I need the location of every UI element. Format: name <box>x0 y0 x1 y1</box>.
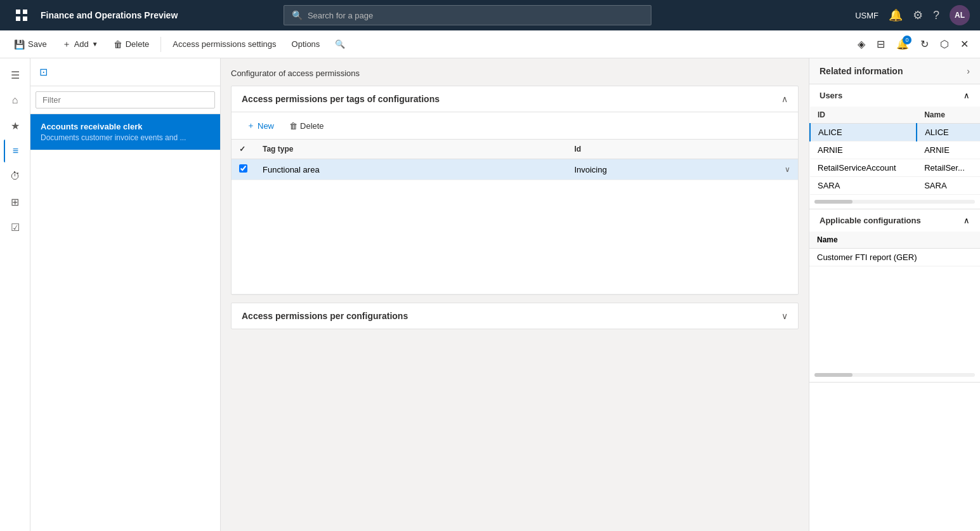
app-title: Finance and Operations Preview <box>41 10 178 20</box>
delete-icon: 🗑 <box>114 39 122 49</box>
grid-delete-icon: 🗑 <box>289 121 297 131</box>
toolbar: 💾 Save ＋ Add ▼ 🗑 Delete Access permissio… <box>0 30 980 58</box>
recent-nav-icon[interactable]: ⏱ <box>4 165 27 188</box>
config-table-header: Name <box>809 232 980 249</box>
configurator-title: Configurator of access permissions <box>231 69 799 78</box>
users-section-header[interactable]: Users ∧ <box>809 84 980 107</box>
tags-table-header-row: ✓ Tag type Id <box>232 140 798 159</box>
main-layout: ☰ ⌂ ★ ≡ ⏱ ⊞ ☑ ⊡ Accounts receivable cler… <box>0 58 980 531</box>
right-panel: Related information › Users ∧ ID Name <box>809 58 980 531</box>
tags-table: ✓ Tag type Id Functional area <box>232 140 798 294</box>
users-section-title: Users <box>820 91 842 100</box>
empty-table-area <box>232 180 798 294</box>
list-item[interactable]: Accounts receivable clerk Documents cust… <box>30 114 220 150</box>
personalize-icon[interactable]: ◈ <box>854 34 869 54</box>
add-chevron-icon: ▼ <box>92 41 98 48</box>
right-panel-title: Related information <box>820 66 903 76</box>
workspace-nav-icon[interactable]: ⊞ <box>4 190 27 213</box>
sidebar-icons: ☰ ⌂ ★ ≡ ⏱ ⊞ ☑ <box>0 58 30 531</box>
list-nav-icon[interactable]: ≡ <box>4 140 27 162</box>
tags-grid-toolbar: ＋ New 🗑 Delete <box>232 112 798 140</box>
applicable-configs-section-header[interactable]: Applicable configurations ∧ <box>809 209 980 232</box>
add-icon: ＋ <box>62 39 71 50</box>
check-col-header: ✓ <box>232 140 255 159</box>
row-check-cell <box>232 159 255 180</box>
help-icon[interactable]: ? <box>933 9 939 22</box>
home-nav-icon[interactable]: ⌂ <box>4 89 27 112</box>
users-scrollbar-thumb[interactable] <box>814 200 853 204</box>
user-id-cell: SARA <box>810 177 917 195</box>
users-table-header: ID Name <box>810 107 980 124</box>
right-panel-close-icon[interactable]: › <box>967 66 970 76</box>
region-label: USMF <box>855 11 879 20</box>
check-icon: ✓ <box>239 145 245 154</box>
search-bar: 🔍 <box>284 5 651 25</box>
user-name-cell: ALICE <box>917 124 980 141</box>
config-name-col: Name <box>809 232 980 249</box>
user-id-cell: ARNIE <box>810 141 917 159</box>
user-id-cell: RetailServiceAccount <box>810 159 917 177</box>
user-row[interactable]: ALICE ALICE <box>810 124 980 141</box>
id-col: ID <box>810 107 917 124</box>
filter-input[interactable] <box>36 91 215 108</box>
add-button[interactable]: ＋ Add ▼ <box>56 35 105 54</box>
svg-rect-3 <box>23 16 27 21</box>
configs-section-header[interactable]: Access permissions per configurations ∨ <box>232 303 798 329</box>
checklist-nav-icon[interactable]: ☑ <box>4 216 27 239</box>
id-col-header: Id <box>566 140 798 159</box>
access-permissions-button[interactable]: Access permissions settings <box>166 36 282 53</box>
settings-icon[interactable]: ⚙ <box>913 8 923 22</box>
users-section-body: ID Name ALICE ALICE ARNIE ARNIE <box>809 107 980 209</box>
config-row[interactable]: Customer FTI report (GER) <box>809 249 980 266</box>
user-name-cell: RetailSer... <box>917 159 980 177</box>
top-nav: Finance and Operations Preview 🔍 USMF 🔔 … <box>0 0 980 30</box>
list-filter <box>30 86 220 114</box>
favorites-nav-icon[interactable]: ★ <box>4 114 27 137</box>
user-row[interactable]: RetailServiceAccount RetailSer... <box>810 159 980 177</box>
config-name-cell: Customer FTI report (GER) <box>809 249 980 266</box>
row-checkbox[interactable] <box>239 164 247 173</box>
tag-type-cell: Functional area <box>255 159 566 180</box>
configs-scrollbar-thumb[interactable] <box>814 373 853 377</box>
apps-grid-icon[interactable] <box>10 4 33 27</box>
notifications-count-icon[interactable]: 🔔 0 <box>892 34 913 54</box>
svg-rect-1 <box>23 10 27 14</box>
toolbar-separator <box>160 37 161 52</box>
notification-bell-icon[interactable]: 🔔 <box>889 8 903 22</box>
main-content: Configurator of access permissions Acces… <box>221 58 809 531</box>
close-page-icon[interactable]: ✕ <box>957 34 972 54</box>
applicable-configs-chevron-icon: ∧ <box>964 216 970 225</box>
nav-collapse-icon[interactable]: ☰ <box>4 63 27 86</box>
notification-badge: 0 <box>903 36 911 44</box>
save-button[interactable]: 💾 Save <box>8 36 53 53</box>
list-filter-icon[interactable]: ⊡ <box>36 62 51 82</box>
svg-rect-0 <box>16 10 20 14</box>
list-item-title: Accounts receivable clerk <box>41 122 210 131</box>
user-row[interactable]: SARA SARA <box>810 177 980 195</box>
list-panel: ⊡ Accounts receivable clerk Documents cu… <box>30 58 221 531</box>
tags-delete-button[interactable]: 🗑 Delete <box>284 119 329 133</box>
toolbar-search-icon: 🔍 <box>335 39 345 49</box>
refresh-icon[interactable]: ↻ <box>917 34 932 54</box>
name-col: Name <box>917 107 980 124</box>
id-value: Invoicing <box>574 165 606 174</box>
id-dropdown-icon[interactable]: ∨ <box>785 165 790 174</box>
applicable-configs-section: Applicable configurations ∧ Name Custome… <box>809 209 980 383</box>
options-button[interactable]: Options <box>285 36 327 53</box>
delete-button[interactable]: 🗑 Delete <box>107 36 156 53</box>
table-row[interactable]: Functional area Invoicing ∨ <box>232 159 798 180</box>
configs-scrollbar-track <box>814 373 975 377</box>
office-icon[interactable]: ⊟ <box>873 34 889 54</box>
toolbar-search-button[interactable]: 🔍 <box>329 36 351 53</box>
users-section: Users ∧ ID Name ALICE ALICE <box>809 84 980 209</box>
tags-section-chevron-icon: ∧ <box>781 94 788 104</box>
configs-section-title: Access permissions per configurations <box>242 311 408 321</box>
tags-new-button[interactable]: ＋ New <box>242 117 279 134</box>
list-item-subtitle: Documents customer invoice events and ..… <box>41 133 210 142</box>
user-row[interactable]: ARNIE ARNIE <box>810 141 980 159</box>
tags-section-header[interactable]: Access permissions per tags of configura… <box>232 86 798 112</box>
search-input[interactable] <box>308 11 643 20</box>
tags-section-title: Access permissions per tags of configura… <box>242 94 440 104</box>
open-new-window-icon[interactable]: ⬡ <box>936 34 953 54</box>
avatar[interactable]: AL <box>950 5 970 25</box>
